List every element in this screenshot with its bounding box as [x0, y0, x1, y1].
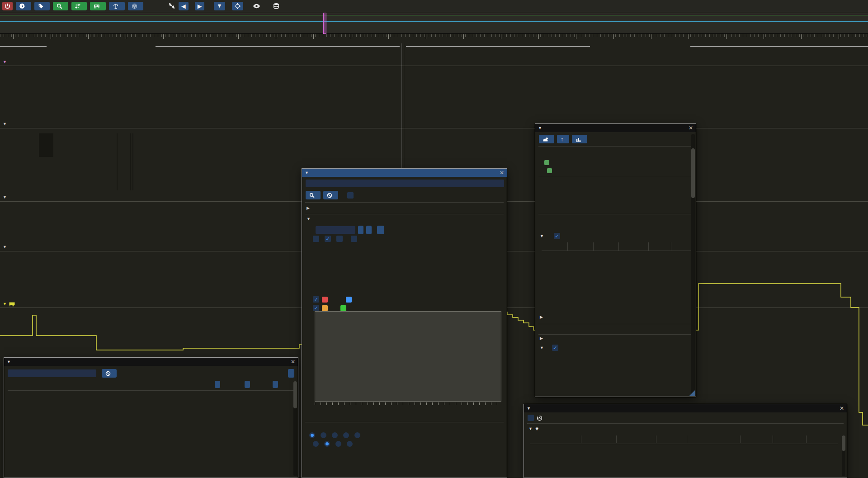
col-duration[interactable]	[656, 435, 687, 443]
allocations-list-toggle[interactable]: ▶	[540, 315, 546, 319]
sortby-order-radio[interactable]	[313, 441, 319, 447]
find-button[interactable]	[306, 191, 321, 199]
frame-bar[interactable]	[0, 43, 868, 49]
col-call-stack[interactable]	[806, 435, 838, 443]
guif-worker0-header[interactable]: ▼	[3, 244, 9, 250]
col-zone-alloc[interactable]	[740, 435, 773, 443]
col-zone-free[interactable]	[773, 435, 806, 443]
memory-titlebar[interactable]: ▼✕	[524, 404, 847, 412]
filter-zones-input[interactable]	[8, 369, 96, 377]
statistics-titlebar[interactable]: ▼✕	[4, 358, 298, 366]
zone-info-titlebar[interactable]: ▼✕	[535, 124, 696, 132]
options-button[interactable]	[16, 2, 31, 10]
scrollbar-thumb[interactable]	[842, 435, 845, 451]
sort-bars-icon	[75, 3, 81, 9]
find-zone-actions	[306, 191, 356, 199]
time-relative-checkbox[interactable]	[554, 233, 560, 239]
power-button[interactable]	[2, 2, 13, 10]
close-icon[interactable]: ✕	[689, 125, 693, 131]
sort-mtpc-button[interactable]	[273, 381, 278, 388]
wait-regions-toggle[interactable]: ▼	[540, 233, 563, 239]
groupby-usertext-radio[interactable]	[321, 432, 326, 438]
matched-source-locations[interactable]: ▶	[307, 206, 315, 210]
min-bin-row	[313, 226, 384, 234]
cpu-data-header[interactable]: ▼	[3, 59, 9, 65]
memory-button[interactable]	[90, 2, 106, 10]
close-icon[interactable]: ✕	[500, 170, 504, 176]
log-time-checkbox[interactable]	[325, 236, 331, 242]
crosshair-button[interactable]	[232, 2, 243, 10]
cut-button[interactable]	[288, 369, 294, 378]
cumulate-time-checkbox[interactable]	[336, 236, 343, 242]
messages-button[interactable]	[34, 2, 50, 10]
thread-color-swatch[interactable]	[547, 168, 552, 173]
col-appeared[interactable]	[616, 435, 656, 443]
tools-icon[interactable]	[168, 2, 175, 9]
groupby-thread-radio[interactable]	[309, 432, 315, 438]
group-median-color-swatch	[340, 305, 346, 311]
histogram-section-toggle[interactable]: ▼	[307, 217, 313, 221]
restrict-time-checkbox[interactable]	[528, 415, 534, 421]
self-time-checkbox[interactable]	[351, 236, 357, 242]
sortby-count-radio[interactable]	[324, 441, 330, 447]
time-ruler[interactable]	[0, 34, 868, 43]
zone-trace-toggle[interactable]: ▶	[540, 336, 548, 341]
frame-overview[interactable]	[0, 13, 868, 34]
find-zone-titlebar[interactable]: ▼✕	[302, 169, 507, 177]
group-average-checkbox[interactable]	[313, 305, 319, 311]
sortby-time-radio[interactable]	[335, 441, 341, 447]
statistics-filter-row	[8, 369, 294, 378]
thread2-state-strip	[0, 129, 868, 132]
child-zones-toggle[interactable]: ▼	[540, 345, 561, 351]
ignore-case-checkbox[interactable]	[347, 192, 354, 199]
next-frame-button[interactable]: ▶	[195, 2, 205, 10]
compare-button[interactable]	[109, 2, 125, 10]
prev-frame-button[interactable]: ◀	[179, 2, 189, 10]
sort-counts-button[interactable]	[245, 381, 250, 388]
zoom-to-zone-button[interactable]	[539, 135, 554, 143]
capture-size-icon	[273, 3, 279, 9]
resize-grip[interactable]	[689, 390, 695, 396]
min-bin-increase-button[interactable]	[366, 226, 372, 234]
find-zone-button[interactable]	[53, 2, 68, 10]
close-icon[interactable]: ✕	[840, 405, 844, 412]
cpu-usage-graph	[0, 67, 868, 80]
scrollbar-thumb[interactable]	[293, 381, 297, 408]
histogram-plot[interactable]	[315, 311, 501, 402]
clear-button[interactable]	[323, 191, 338, 199]
active-allocations-toggle[interactable]: ▼♥	[528, 426, 554, 432]
min-bin-input[interactable]	[316, 226, 355, 234]
sort-total-time-button[interactable]	[215, 381, 220, 388]
groupby-callstacks-radio[interactable]	[332, 432, 338, 438]
power-icon	[5, 3, 10, 9]
bar-chart-icon	[576, 137, 581, 142]
source-color-swatch[interactable]	[544, 160, 549, 165]
group-children-checkbox[interactable]	[552, 345, 558, 351]
memory-usage-header[interactable]: ▼	[3, 301, 18, 307]
groupby-parent-radio[interactable]	[343, 432, 349, 438]
close-icon[interactable]: ✕	[291, 359, 295, 365]
groupby-none-radio[interactable]	[354, 432, 360, 438]
gear-icon	[19, 3, 25, 9]
go-to-parent-button[interactable]: ↑	[557, 135, 569, 143]
zone-statistics-button[interactable]	[572, 135, 587, 143]
ban-icon	[327, 193, 332, 198]
histogram-options-row	[313, 236, 363, 242]
info-button[interactable]	[128, 2, 143, 10]
find-zone-search-input[interactable]	[306, 180, 504, 187]
average-time-checkbox[interactable]	[313, 296, 319, 303]
scrollbar-thumb[interactable]	[691, 148, 695, 198]
reset-button[interactable]	[377, 226, 384, 234]
statistics-button[interactable]	[71, 2, 87, 10]
frame-popup-button[interactable]: ▼	[214, 2, 225, 10]
clear-filter-button[interactable]	[102, 369, 117, 378]
thread2-header[interactable]: ▼	[3, 121, 9, 127]
tracy-profiler-window: ◀ ▶ ▼ ▼ ▼	[0, 0, 868, 478]
guif-worker2-header[interactable]: ▼	[3, 194, 9, 200]
sortby-mtpc-radio[interactable]	[347, 441, 353, 447]
frame-overview-cursor	[323, 13, 326, 34]
log-values-checkbox[interactable]	[313, 236, 319, 242]
col-size[interactable]	[581, 435, 616, 443]
min-bin-decrease-button[interactable]	[358, 226, 363, 234]
legend-row-2	[313, 305, 349, 311]
